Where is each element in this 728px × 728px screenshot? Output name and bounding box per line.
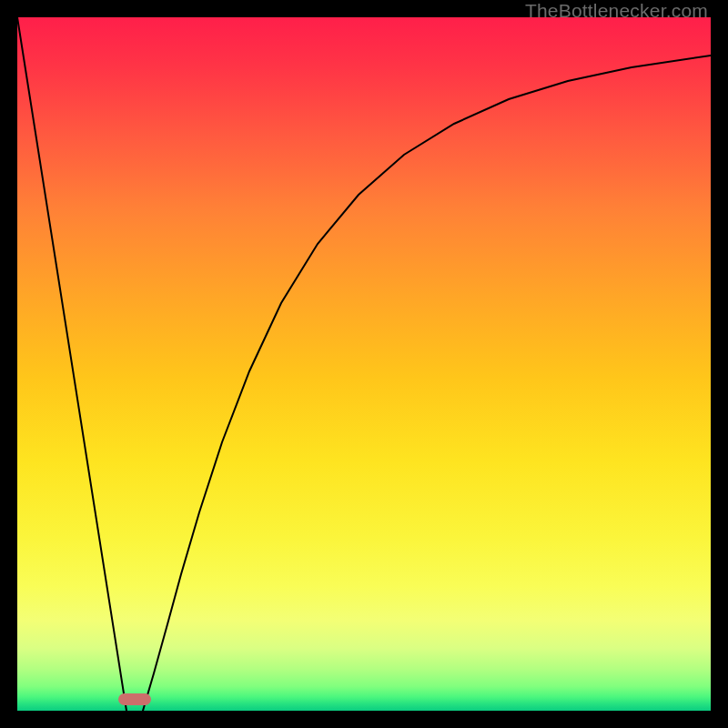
plot-frame xyxy=(17,17,711,711)
right-curve-branch xyxy=(143,56,711,711)
minimum-marker xyxy=(118,693,151,705)
bottleneck-curve xyxy=(17,17,711,711)
left-v-branch xyxy=(17,17,126,711)
